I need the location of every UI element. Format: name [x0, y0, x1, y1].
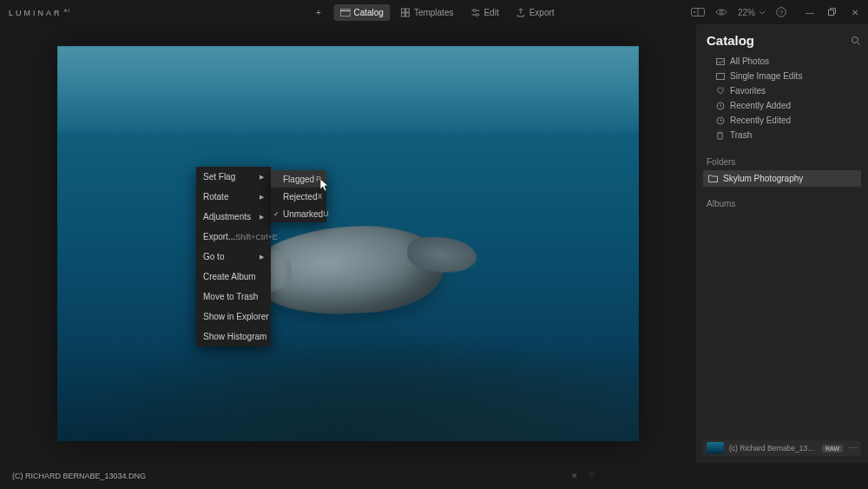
minimize-button[interactable]: ―: [806, 8, 814, 17]
heart-icon: [715, 87, 725, 95]
shortcut-trash[interactable]: Trash: [703, 129, 861, 142]
grid-icon: [340, 8, 350, 17]
shortcut-single-label: Single Image Edits: [730, 71, 802, 81]
menu-show-explorer[interactable]: Show in Explorer: [196, 307, 271, 327]
submenu-rejected[interactable]: RejectedX: [271, 188, 326, 205]
app-suffix: AI: [64, 8, 71, 13]
main: Set Flag▶ Rotate▶ Adjustments▶ Export...…: [0, 24, 868, 463]
submenu-rejected-key: X: [317, 192, 322, 201]
menu-show-histogram-label: Show Histogram: [203, 332, 266, 341]
svg-rect-5: [406, 13, 410, 17]
submenu-unmarked[interactable]: ✓UnmarkedU: [271, 205, 326, 222]
topbar-right: 22% ? ― ✕: [691, 7, 859, 17]
shortcut-trash-label: Trash: [730, 130, 752, 140]
menu-adjustments[interactable]: Adjustments▶: [196, 207, 271, 227]
filename-label: (C) RICHARD BERNABE_13034.DNG: [12, 472, 146, 480]
shortcut-single-edits[interactable]: Single Image Edits: [703, 69, 861, 83]
trash-icon: [715, 131, 725, 140]
submenu-flagged[interactable]: FlaggedP: [271, 170, 326, 188]
svg-point-13: [720, 10, 723, 14]
export-label: Export: [529, 8, 555, 17]
svg-point-17: [852, 36, 858, 43]
reject-button[interactable]: ✕: [571, 472, 578, 480]
image-viewer[interactable]: Set Flag▶ Rotate▶ Adjustments▶ Export...…: [0, 24, 696, 463]
menu-rotate-label: Rotate: [203, 192, 228, 202]
chevron-down-icon[interactable]: [759, 10, 766, 15]
svg-point-9: [476, 13, 478, 16]
folders-label: Folders: [707, 157, 861, 167]
panel-title-row: Catalog: [707, 33, 861, 48]
app-name: LUMINAR: [9, 9, 62, 17]
edit-tab[interactable]: Edit: [464, 4, 505, 21]
photos-icon: [715, 58, 725, 65]
svg-rect-20: [716, 73, 724, 79]
catalog-tab[interactable]: Catalog: [333, 4, 390, 21]
help-icon[interactable]: ?: [776, 7, 786, 17]
templates-icon: [401, 8, 411, 17]
edit-label: Edit: [483, 8, 498, 17]
svg-rect-4: [402, 13, 405, 17]
export-tab[interactable]: Export: [510, 4, 562, 21]
clock-edit-icon: [715, 116, 725, 125]
menu-rotate[interactable]: Rotate▶: [196, 187, 271, 207]
favorite-button[interactable]: ♡: [589, 472, 595, 480]
menu-set-flag-label: Set Flag: [203, 172, 235, 182]
svg-rect-0: [340, 9, 350, 17]
shortcut-all-label: All Photos: [730, 56, 769, 66]
thumbnail-bar[interactable]: (c) Richard Bernabe_13034.dng RAW ⋯: [703, 440, 861, 456]
menu-move-trash[interactable]: Move to Trash: [196, 287, 271, 307]
search-icon[interactable]: [851, 36, 861, 46]
panel-title: Catalog: [707, 33, 754, 48]
shortcut-list: All Photos Single Image Edits Favorites …: [703, 55, 861, 142]
clock-plus-icon: [715, 102, 725, 110]
photo-preview[interactable]: [57, 46, 639, 441]
submenu-unmarked-key: U: [323, 209, 329, 218]
menu-export-label: Export...: [203, 232, 235, 241]
image-icon: [715, 73, 725, 80]
shortcut-all-photos[interactable]: All Photos: [703, 55, 861, 68]
thumbnail-filename: (c) Richard Bernabe_13034.dng: [729, 444, 817, 453]
menu-goto-label: Go to: [203, 252, 224, 261]
topbar-center: + Catalog Templates Edit Export: [306, 4, 561, 21]
submenu-rejected-label: Rejected: [283, 192, 317, 202]
eye-icon[interactable]: [715, 8, 727, 17]
svg-line-18: [858, 43, 860, 45]
zoom-value[interactable]: 22%: [738, 8, 755, 17]
maximize-button[interactable]: [828, 8, 837, 17]
shortcut-favorites[interactable]: Favorites: [703, 84, 861, 97]
svg-point-8: [473, 9, 476, 11]
svg-text:?: ?: [779, 9, 784, 17]
menu-show-explorer-label: Show in Explorer: [203, 312, 269, 321]
raw-badge: RAW: [822, 445, 843, 453]
add-button[interactable]: +: [306, 4, 330, 21]
close-button[interactable]: ✕: [851, 8, 859, 17]
submenu-flagged-label: Flagged: [283, 175, 314, 184]
svg-rect-16: [829, 10, 834, 15]
context-menu: Set Flag▶ Rotate▶ Adjustments▶ Export...…: [196, 167, 271, 347]
menu-set-flag[interactable]: Set Flag▶: [196, 167, 271, 187]
bottom-actions: ✕ ♡: [571, 472, 595, 480]
menu-show-histogram[interactable]: Show Histogram: [196, 327, 271, 347]
chevron-right-icon: ▶: [260, 214, 264, 221]
folder-item[interactable]: Skylum Photography: [703, 170, 861, 187]
chevron-right-icon: ▶: [260, 254, 264, 261]
submenu-set-flag: FlaggedP RejectedX ✓UnmarkedU: [271, 170, 326, 222]
menu-export[interactable]: Export...Shift+Ctrl+E: [196, 227, 271, 247]
shortcut-recently-added[interactable]: Recently Added: [703, 99, 861, 112]
check-icon: ✓: [273, 210, 279, 218]
shortcut-fav-label: Favorites: [730, 86, 766, 96]
templates-tab[interactable]: Templates: [394, 4, 461, 21]
window-controls: ― ✕: [806, 8, 859, 17]
submenu-unmarked-label: Unmarked: [283, 209, 323, 219]
folder-icon: [708, 175, 718, 182]
compare-icon[interactable]: [691, 8, 705, 17]
topbar: LUMINARAI + Catalog Templates Edit Expor…: [0, 0, 868, 24]
shortcut-recently-edited[interactable]: Recently Edited: [703, 114, 861, 127]
menu-goto[interactable]: Go to▶: [196, 247, 271, 267]
more-icon[interactable]: ⋯: [848, 444, 858, 453]
photo-subject: [250, 221, 445, 318]
menu-create-album[interactable]: Create Album: [196, 267, 271, 287]
thumbnail[interactable]: [707, 442, 724, 454]
app-logo: LUMINARAI: [9, 8, 70, 17]
shortcut-recentadd-label: Recently Added: [730, 101, 791, 110]
